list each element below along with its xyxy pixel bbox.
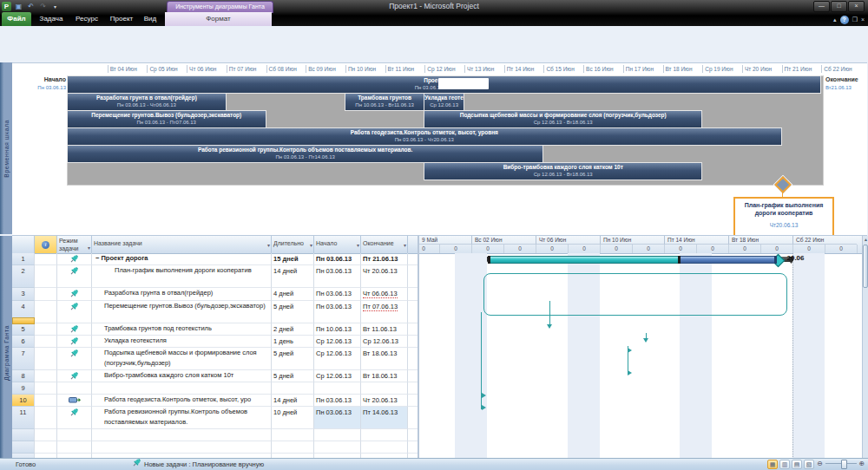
timeline-task-bar[interactable]: Вибро-трамбовка каждого слоя катком 10тС… xyxy=(424,163,701,180)
timeline-canvas[interactable]: Начало Пн 03.06.13 Окончание Вт21.06.13 … xyxy=(12,62,867,236)
task-name-cell[interactable] xyxy=(92,382,272,395)
finish-date-cell[interactable]: Пт 07.06.13 xyxy=(361,301,408,323)
table-row[interactable] xyxy=(12,429,418,441)
task-mode-cell[interactable] xyxy=(57,301,92,323)
task-mode-cell[interactable] xyxy=(57,370,92,382)
row-number-cell[interactable]: 2 xyxy=(12,265,35,288)
task-mode-cell[interactable] xyxy=(57,288,92,301)
ribbon-tab-2[interactable]: Задача xyxy=(36,12,67,26)
row-number-cell[interactable]: 1 xyxy=(12,253,35,265)
mode-column-header[interactable]: Режим задачи▾ xyxy=(57,236,92,253)
team-view-button[interactable]: ▤ xyxy=(792,460,802,469)
duration-cell[interactable]: 5 дней xyxy=(272,301,314,323)
table-row[interactable]: 6Укладка геотекстиля1 деньСр 12.06.13Ср … xyxy=(12,336,418,348)
duration-cell[interactable]: 1 день xyxy=(272,336,314,348)
finish-date-cell[interactable]: Чт 20.06.13 xyxy=(361,395,408,407)
finish-date-cell[interactable]: Чт 06.06.13 xyxy=(361,288,408,301)
row-number-cell[interactable]: 7 xyxy=(12,348,35,370)
start-date-cell[interactable]: Пн 03.06.13 xyxy=(314,253,361,265)
vertical-scroll-thumb[interactable] xyxy=(863,245,868,288)
duration-cell[interactable]: 14 дней xyxy=(272,265,314,288)
timescale-minor-cell[interactable]: 0 xyxy=(536,245,568,253)
close-doc-icon[interactable]: × xyxy=(861,16,865,23)
finish-date-cell[interactable]: Вт 18.06.13 xyxy=(361,348,408,370)
table-row[interactable]: 7Подсыпка щебневой массы и формирование … xyxy=(12,348,418,370)
row-number-cell[interactable]: 9 xyxy=(12,382,35,395)
ribbon-tab-5[interactable]: Вид xyxy=(138,12,162,26)
timeline-task-bar[interactable]: Работа ревизионной группы.Контроль объем… xyxy=(68,146,542,162)
table-row[interactable]: 5Трамбовка грунтов под геотекстиль2 дней… xyxy=(12,323,418,336)
sheet-view-button[interactable]: ▧ xyxy=(804,460,814,469)
task-name-cell[interactable]: Вибро-трамбовка каждого слоя катком 10т xyxy=(92,370,272,382)
duration-cell[interactable]: 5 дней xyxy=(272,348,314,370)
start-date-cell[interactable]: Пн 03.06.13 xyxy=(314,288,361,301)
collapse-ribbon-icon[interactable]: ▴ xyxy=(833,16,837,23)
finish-date-cell[interactable]: Пт 14.06.13 xyxy=(361,407,408,429)
finish-date-cell[interactable] xyxy=(361,429,408,441)
timescale-minor-cell[interactable]: 0 xyxy=(728,245,760,253)
task-name-cell[interactable]: Разработка грунта в отвал(грейдер) xyxy=(92,288,272,301)
duration-cell[interactable]: 15 дней xyxy=(272,253,314,265)
restore-doc-icon[interactable]: ❒ xyxy=(852,16,858,23)
duration-cell[interactable]: 5 дней xyxy=(272,370,314,382)
ribbon-tab-3[interactable]: Ресурс xyxy=(70,12,103,26)
filter-arrow-icon[interactable]: ▾ xyxy=(404,238,406,252)
task-name-cell[interactable]: Работа геодезиста.Контроль отметок, высо… xyxy=(92,395,272,407)
timescale-minor-cell[interactable]: 0 xyxy=(664,245,696,253)
timescale-major-cell[interactable]: Чт 06 Июн xyxy=(536,236,600,245)
table-row[interactable]: 2План-график выполнения дороги кооперати… xyxy=(12,265,418,288)
help-icon[interactable]: ? xyxy=(840,16,849,24)
row-number-cell[interactable]: 11 xyxy=(12,407,35,429)
task-mode-cell[interactable] xyxy=(57,336,92,348)
zoom-in-icon[interactable]: ⊕ xyxy=(859,460,865,467)
start-column-header[interactable]: Начало▾ xyxy=(314,236,361,253)
timescale-minor-cell[interactable]: 0 xyxy=(503,245,536,253)
task-mode-cell[interactable] xyxy=(57,323,92,336)
filter-arrow-icon[interactable]: ▾ xyxy=(88,245,90,252)
zoom-out-icon[interactable]: ⊖ xyxy=(817,460,822,467)
filter-arrow-icon[interactable]: ▾ xyxy=(357,238,359,252)
start-date-cell[interactable]: Пн 03.06.13 xyxy=(314,395,361,407)
status-new-tasks[interactable]: Новые задачи : Планирование вручную xyxy=(132,459,264,470)
vertical-scrollbar[interactable]: ▲ ▼ xyxy=(862,236,868,470)
redo-icon[interactable]: ↷ xyxy=(38,3,48,10)
row-number-cell[interactable]: 6 xyxy=(12,336,35,348)
duration-cell[interactable]: 2 дней xyxy=(272,323,314,336)
task-name-cell[interactable]: Перемещение грунтов.Вывоз (бульдозер,экс… xyxy=(92,301,272,323)
timescale-minor-cell[interactable]: 0 xyxy=(696,245,728,253)
task-name-cell[interactable] xyxy=(92,429,272,441)
app-logo-icon[interactable]: P xyxy=(2,2,11,11)
table-row[interactable]: 9 xyxy=(12,382,418,395)
row-number-cell[interactable] xyxy=(12,429,35,441)
start-date-cell[interactable]: Ср 12.06.13 xyxy=(314,348,361,370)
table-row[interactable]: 11Работа ревизионной группы.Контроль объ… xyxy=(12,407,418,429)
timescale-minor-cell[interactable]: 0 xyxy=(419,245,439,253)
timescale-minor-cell[interactable]: 0 xyxy=(792,245,825,253)
timescale-minor-cell[interactable]: 0 xyxy=(568,245,600,253)
gantt-timescale[interactable]: 9 МайВс 02 ИюнЧт 06 ИюнПн 10 ИюнПт 14 Ию… xyxy=(419,236,862,254)
info-cell[interactable] xyxy=(35,348,57,370)
save-icon[interactable]: ▣ xyxy=(14,3,23,10)
milestone-callout[interactable]: План-график выполнения дороги кооператив… xyxy=(733,197,834,236)
finish-date-cell[interactable] xyxy=(361,441,408,454)
timeline-task-bar[interactable]: Подсыпка щебневой массы и формирование с… xyxy=(424,111,701,127)
timescale-minor-cell[interactable]: 0 xyxy=(760,245,792,253)
ribbon-tab-4[interactable]: Проект xyxy=(107,12,136,26)
table-row[interactable]: 8Вибро-трамбовка каждого слоя катком 10т… xyxy=(12,370,418,382)
info-cell[interactable] xyxy=(35,323,57,336)
start-date-cell[interactable]: Ср 12.06.13 xyxy=(314,370,361,382)
task-mode-cell[interactable] xyxy=(57,441,92,454)
scroll-up-icon[interactable]: ▲ xyxy=(863,237,868,242)
info-cell[interactable] xyxy=(35,253,57,265)
undo-icon[interactable]: ↶ xyxy=(26,3,36,10)
task-name-cell[interactable] xyxy=(92,441,272,454)
row-number-cell[interactable]: 10 xyxy=(12,395,35,407)
table-row[interactable]: 4Перемещение грунтов.Вывоз (бульдозер,эк… xyxy=(12,301,418,323)
info-cell[interactable] xyxy=(35,395,57,407)
task-name-cell[interactable]: Работа ревизионной группы.Контроль объем… xyxy=(92,407,272,429)
usage-view-button[interactable]: ▥ xyxy=(779,460,790,469)
timescale-minor-cell[interactable]: 0 xyxy=(471,245,503,253)
start-date-cell[interactable]: Пн 03.06.13 xyxy=(314,407,361,429)
info-cell[interactable] xyxy=(35,382,57,395)
duration-cell[interactable]: 10 дней xyxy=(272,407,314,429)
